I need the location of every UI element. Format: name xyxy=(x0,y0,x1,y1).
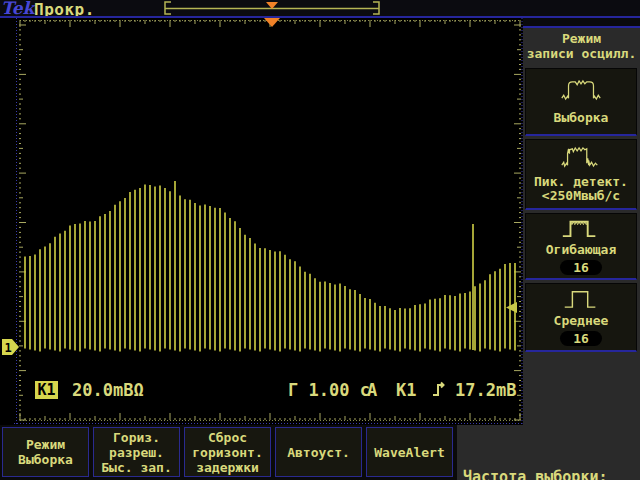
channel1-marker-number: 1 xyxy=(4,341,11,355)
graticule-ticks xyxy=(19,20,521,420)
bottom-button-horiz-resolution[interactable]: Гориз. разреш. Быс. зап. xyxy=(93,427,180,477)
top-status-bar: Tek Прокр. xyxy=(0,0,640,17)
bottom-button-mode-line2: Выборка xyxy=(18,452,73,467)
bottom-button-mode-line1: Режим xyxy=(26,437,65,452)
sample-rate-area: Частота выборки: 50.0 выб/с xyxy=(457,425,640,480)
bottom-button-autoset[interactable]: Автоуст. xyxy=(275,427,362,477)
bottom-button-horiz-line3: Быс. зап. xyxy=(101,460,171,475)
channel-badge: К1 xyxy=(35,381,58,399)
bottom-button-reset-line1: Сброс xyxy=(208,430,247,445)
trigger-position-triangle-icon xyxy=(264,18,280,27)
bottom-button-wavealert[interactable]: WaveAlert xyxy=(366,427,453,477)
bottom-button-autoset-label: Автоуст. xyxy=(287,445,350,460)
vertical-scale-readout: 20.0mBΩ xyxy=(72,380,144,400)
right-menu-panel: Режим записи осцилл. Выборка Пик. детект… xyxy=(523,26,640,480)
peak-detect-icon xyxy=(559,145,603,169)
average-icon xyxy=(559,288,603,310)
channel1-trace xyxy=(25,181,515,352)
right-menu-title-line1: Режим xyxy=(523,31,640,46)
menu-item-envelope[interactable]: Огибающая 16 xyxy=(525,213,637,280)
menu-item-peak-detect[interactable]: Пик. детект. <250Мвыб/с xyxy=(525,139,637,210)
menu-item-sample[interactable]: Выборка xyxy=(525,68,637,136)
oscilloscope-screen: Tek Прокр. 1 К xyxy=(0,0,640,480)
right-menu-title: Режим записи осцилл. xyxy=(523,31,640,61)
menu-item-peak-label-line1: Пик. детект. xyxy=(534,175,628,189)
sample-rate-label: Частота выборки: xyxy=(463,468,608,480)
waveform-display: 1 К1 20.0mBΩ Г 1.00 с А К1 17.2mB xyxy=(0,18,523,425)
envelope-count-badge: 16 xyxy=(560,260,602,275)
trigger-source-readout: К1 xyxy=(396,380,416,400)
bottom-button-reset-line2: горизонт. xyxy=(192,445,262,460)
trigger-mode-readout: А xyxy=(367,380,377,400)
bottom-button-reset-delay[interactable]: Сброс горизонт. задержки xyxy=(184,427,271,477)
menu-item-envelope-label: Огибающая xyxy=(546,243,616,257)
right-menu-title-line2: записи осцилл. xyxy=(523,46,640,61)
menu-item-peak-label-line2: <250Мвыб/с xyxy=(534,189,628,203)
record-view-bar xyxy=(160,0,400,17)
trigger-level-arrow-icon xyxy=(506,302,517,313)
waveform-svg: 1 xyxy=(0,18,523,425)
average-count-badge: 16 xyxy=(560,331,602,346)
bottom-button-horiz-line1: Гориз. xyxy=(113,430,160,445)
bottom-button-mode[interactable]: Режим Выборка xyxy=(2,427,89,477)
trigger-level-readout: 17.2mB xyxy=(455,380,516,400)
bottom-menu-bar: Режим Выборка Гориз. разреш. Быс. зап. С… xyxy=(0,425,457,480)
menu-item-average-label: Среднее xyxy=(554,314,609,328)
trigger-slope-rising-icon xyxy=(432,381,447,398)
bottom-button-reset-line3: задержки xyxy=(196,460,259,475)
bottom-button-wavealert-label: WaveAlert xyxy=(374,445,444,460)
menu-item-average[interactable]: Среднее 16 xyxy=(525,283,637,352)
menu-item-sample-label: Выборка xyxy=(554,111,609,125)
sample-waveform-icon xyxy=(559,78,603,102)
envelope-icon xyxy=(559,217,603,239)
bottom-button-horiz-line2: разреш. xyxy=(109,445,164,460)
horizontal-scale-readout: Г 1.00 с xyxy=(288,380,370,400)
